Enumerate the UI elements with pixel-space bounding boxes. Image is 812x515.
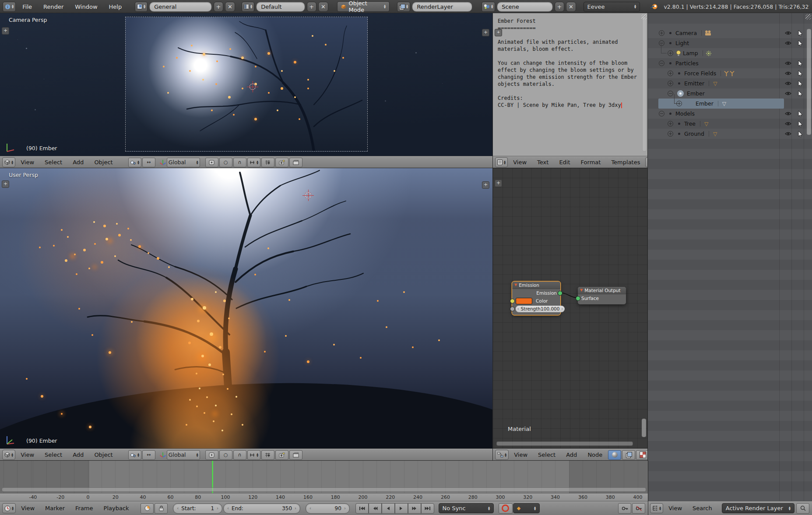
text-editor-body[interactable]: Ember Forest ============ Animated file … — [493, 13, 648, 156]
viewport-camera[interactable]: Camera Persp (90) Ember + + ▲▼ View Sele… — [0, 13, 493, 168]
menu-marker[interactable]: Marker — [40, 505, 70, 511]
workspace-name-field[interactable]: General — [149, 2, 212, 12]
jump-to-start-button[interactable] — [355, 503, 369, 514]
menu-help[interactable]: Help — [104, 4, 127, 10]
outliner-row-tree[interactable]: Tree ▽ — [648, 119, 812, 129]
selectable-toggle[interactable] — [794, 111, 806, 117]
select-mode-button[interactable]: ▲▼ — [128, 450, 141, 460]
delete-keyframe-button[interactable] — [632, 503, 645, 514]
hide-toggle[interactable] — [782, 121, 794, 126]
outliner-row-force-fields[interactable]: Force Fields — [648, 68, 812, 78]
hide-toggle[interactable] — [782, 111, 794, 116]
scene-close-button[interactable]: ✕ — [566, 2, 576, 12]
prev-keyframe-button[interactable] — [369, 503, 382, 514]
color-socket[interactable] — [510, 299, 515, 303]
scene-add-button[interactable]: + — [555, 2, 565, 12]
outliner-scrollbar[interactable] — [807, 29, 811, 135]
hide-toggle[interactable] — [782, 81, 794, 86]
material-output-node[interactable]: ▼ Material Output Surface — [578, 287, 626, 304]
editor-type-info-button[interactable]: i ▲▼ — [3, 2, 16, 12]
editor-type-outliner-button[interactable]: ▲▼ — [650, 503, 663, 513]
expand-icon[interactable] — [659, 30, 664, 36]
outliner-row-ground[interactable]: Ground ▽ — [648, 129, 812, 139]
shading-mode-button[interactable] — [289, 158, 302, 167]
menu-view[interactable]: View — [663, 505, 687, 511]
timeline-graph[interactable] — [0, 461, 648, 493]
collapse-icon[interactable] — [659, 111, 664, 116]
current-frame-field[interactable]: ‹90› — [306, 503, 350, 514]
shader-type-linestyle-button[interactable] — [636, 450, 648, 460]
menu-view[interactable]: View — [508, 159, 532, 166]
shading-mode-button[interactable] — [289, 450, 302, 460]
workspace-add-button[interactable]: + — [214, 2, 224, 12]
color-swatch[interactable] — [516, 298, 532, 304]
selectable-toggle[interactable] — [794, 60, 806, 67]
hide-toggle[interactable] — [782, 61, 794, 66]
menu-select[interactable]: Select — [39, 159, 67, 166]
outliner-search-button[interactable] — [796, 503, 809, 514]
snap-button[interactable]: ∩ — [233, 450, 246, 460]
menu-playback[interactable]: Playback — [98, 505, 134, 511]
layout-name-field[interactable]: Default — [256, 2, 305, 12]
emission-node[interactable]: ▼ Emission Emission Color ‹Strength100.0… — [512, 282, 560, 315]
selectable-toggle[interactable] — [794, 71, 806, 77]
editor-type-timeline-button[interactable]: ▲▼ — [2, 503, 16, 513]
scene-name-field[interactable]: Scene — [497, 2, 552, 12]
menu-view[interactable]: View — [509, 452, 533, 458]
menu-add[interactable]: Add — [67, 159, 89, 166]
expand-icon[interactable] — [668, 71, 673, 76]
menu-object[interactable]: Object — [89, 452, 118, 458]
scene-type-button[interactable]: ▲▼ — [482, 2, 495, 12]
viewport-user[interactable]: User Persp (90) Ember + + ▲▼ View Select… — [0, 168, 493, 461]
overlays-button[interactable] — [261, 450, 274, 460]
outliner-row-light-collection[interactable]: Light — [648, 38, 812, 48]
emission-node-header[interactable]: ▼ Emission — [512, 282, 560, 289]
strength-slider[interactable]: ‹Strength100.000› — [516, 306, 565, 312]
menu-window[interactable]: Window — [70, 4, 102, 10]
jump-to-end-button[interactable] — [421, 503, 434, 514]
editor-type-3dview-button[interactable]: ▲▼ — [2, 450, 15, 460]
pivot-point-button[interactable] — [205, 450, 218, 460]
layout-close-button[interactable]: ✕ — [318, 2, 328, 12]
menu-view[interactable]: View — [16, 505, 40, 511]
play-reverse-button[interactable] — [382, 503, 395, 514]
playback-sync-button[interactable] — [141, 503, 154, 514]
text-scrollbar[interactable] — [642, 17, 647, 152]
render-preview-button[interactable] — [275, 450, 288, 460]
menu-node[interactable]: Node — [582, 452, 608, 458]
editor-type-3dview-button[interactable]: ▲▼ — [2, 157, 15, 167]
material-output-header[interactable]: ▼ Material Output — [578, 287, 626, 294]
menu-search[interactable]: Search — [687, 505, 717, 511]
node-canvas[interactable]: ▼ Emission Emission Color ‹Strength100.0… — [493, 168, 648, 448]
viewport-camera-canvas[interactable]: Camera Persp (90) Ember + + — [0, 13, 493, 156]
expand-icon[interactable] — [668, 131, 673, 137]
panel-expand-button[interactable]: + — [495, 29, 502, 36]
workspace-close-button[interactable]: ✕ — [225, 2, 235, 12]
sidebar-expand-button[interactable]: + — [482, 29, 489, 36]
menu-select[interactable]: Select — [39, 452, 67, 458]
snap-button[interactable]: ∩ — [233, 158, 246, 167]
selectable-toggle[interactable] — [794, 91, 806, 97]
transform-tweak-button[interactable]: ↔ — [142, 158, 155, 167]
node-collapse-icon[interactable]: ▼ — [514, 283, 517, 287]
play-button[interactable] — [395, 503, 408, 514]
viewport-user-canvas[interactable]: User Persp (90) Ember + + — [0, 168, 493, 448]
timeline-ruler[interactable]: -40-200204060801001201401601802002202402… — [0, 493, 648, 501]
outliner-row-models-collection[interactable]: Models — [648, 109, 812, 119]
proportional-edit-button[interactable]: ○ — [219, 450, 232, 460]
collapse-icon[interactable] — [659, 60, 664, 66]
selectable-toggle[interactable] — [794, 121, 806, 127]
orientation-dropdown[interactable]: Global▲▼ — [167, 158, 200, 167]
expand-icon[interactable] — [668, 81, 673, 86]
collapse-icon[interactable] — [668, 91, 673, 96]
keying-set-dropdown[interactable]: ◆ ▲▼ — [513, 503, 540, 513]
sidebar-expand-button[interactable]: + — [482, 181, 489, 189]
strength-socket[interactable] — [510, 307, 515, 311]
selectable-toggle[interactable] — [794, 131, 806, 137]
frame-start-field[interactable]: ‹Start:1› — [173, 503, 222, 514]
insert-keyframe-button[interactable] — [618, 503, 631, 514]
menu-view[interactable]: View — [15, 159, 39, 166]
node-hscrollbar[interactable] — [496, 441, 633, 446]
transform-tweak-button[interactable]: ↔ — [142, 450, 155, 460]
frame-end-field[interactable]: ‹End:350› — [223, 503, 300, 514]
